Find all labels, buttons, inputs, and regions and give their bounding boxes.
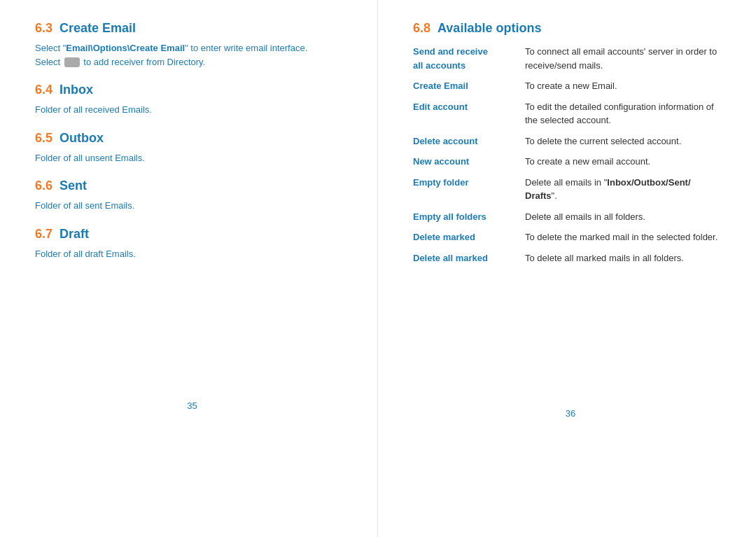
option-edit-account-label: Edit account [413, 97, 525, 131]
section-6-4-number: 6.4 [35, 83, 52, 97]
option-delete-all-marked-desc: To delete all marked mails in all folder… [525, 248, 728, 269]
directory-icon [64, 57, 80, 67]
option-delete-marked-desc: To delete the marked mail in the selecte… [525, 227, 728, 248]
right-page-number: 36 [413, 408, 728, 419]
option-send-receive-label: Send and receiveall accounts [413, 41, 525, 76]
section-6-7: 6.7 Draft Folder of all draft Emails. [35, 227, 349, 261]
section-6-5-body: Folder of all unsent Emails. [35, 151, 349, 165]
section-6-7-heading: 6.7 Draft [35, 227, 349, 242]
section-6-5: 6.5 Outbox Folder of all unsent Emails. [35, 131, 349, 165]
section-6-3-number: 6.3 [35, 21, 52, 36]
left-page-number: 35 [35, 400, 349, 411]
option-delete-marked-label: Delete marked [413, 227, 525, 248]
section-6-6: 6.6 Sent Folder of all sent Emails. [35, 179, 349, 213]
page-container: 6.3 Create Email Select "Email\Options\C… [0, 0, 756, 537]
section-6-6-heading: 6.6 Sent [35, 179, 349, 193]
section-6-6-number: 6.6 [35, 179, 52, 193]
option-empty-all-folders-label: Empty all folders [413, 207, 525, 228]
section-6-3: 6.3 Create Email Select "Email\Options\C… [35, 21, 349, 69]
option-delete-all-marked: Delete all marked To delete all marked m… [413, 248, 728, 269]
section-6-8-title: Available options [438, 21, 541, 36]
option-edit-account-desc: To edit the detailed configuration infor… [525, 97, 728, 131]
option-send-receive-desc: To connect all email accounts' server in… [525, 41, 728, 76]
section-6-8-heading: 6.8 Available options [413, 21, 728, 36]
section-6-7-title: Draft [59, 227, 89, 242]
options-table: Send and receiveall accounts To connect … [413, 41, 728, 268]
email-options-link: Email\Options\Create Email [66, 43, 185, 53]
section-6-3-body: Select "Email\Options\Create Email" to e… [35, 41, 349, 69]
option-delete-marked: Delete marked To delete the marked mail … [413, 227, 728, 248]
section-6-6-body: Folder of all sent Emails. [35, 199, 349, 213]
section-6-4: 6.4 Inbox Folder of all received Emails. [35, 83, 349, 117]
option-delete-account: Delete account To delete the current sel… [413, 131, 728, 152]
section-6-5-heading: 6.5 Outbox [35, 131, 349, 146]
option-delete-account-desc: To delete the current selected account. [525, 131, 728, 152]
option-create-email-label: Create Email [413, 76, 525, 97]
section-6-6-title: Sent [59, 179, 87, 193]
section-6-4-heading: 6.4 Inbox [35, 83, 349, 97]
option-create-email: Create Email To create a new Email. [413, 76, 728, 97]
section-6-7-body: Folder of all draft Emails. [35, 247, 349, 261]
section-6-8-number: 6.8 [413, 21, 430, 36]
section-6-4-body: Folder of all received Emails. [35, 103, 349, 117]
left-page: 6.3 Create Email Select "Email\Options\C… [0, 0, 378, 537]
option-empty-folder: Empty folder Delete all emails in "Inbox… [413, 172, 728, 207]
section-6-7-number: 6.7 [35, 227, 52, 242]
option-empty-folder-label: Empty folder [413, 172, 525, 207]
section-6-5-title: Outbox [59, 131, 104, 146]
option-edit-account: Edit account To edit the detailed config… [413, 97, 728, 131]
empty-folder-bold: Inbox/Outbox/Sent/Drafts [525, 177, 691, 202]
option-delete-all-marked-label: Delete all marked [413, 248, 525, 269]
option-delete-account-label: Delete account [413, 131, 525, 152]
right-page: 6.8 Available options Send and receiveal… [378, 0, 756, 537]
option-new-account-label: New account [413, 151, 525, 172]
option-empty-folder-desc: Delete all emails in "Inbox/Outbox/Sent/… [525, 172, 728, 207]
option-empty-all-folders: Empty all folders Delete all emails in a… [413, 207, 728, 228]
section-6-4-title: Inbox [59, 83, 93, 97]
section-6-5-number: 6.5 [35, 131, 52, 146]
section-6-3-heading: 6.3 Create Email [35, 21, 349, 36]
option-new-account-desc: To create a new email account. [525, 151, 728, 172]
option-create-email-desc: To create a new Email. [525, 76, 728, 97]
option-send-receive: Send and receiveall accounts To connect … [413, 41, 728, 76]
section-6-3-title: Create Email [59, 21, 136, 36]
option-empty-all-folders-desc: Delete all emails in all folders. [525, 207, 728, 228]
option-new-account: New account To create a new email accoun… [413, 151, 728, 172]
